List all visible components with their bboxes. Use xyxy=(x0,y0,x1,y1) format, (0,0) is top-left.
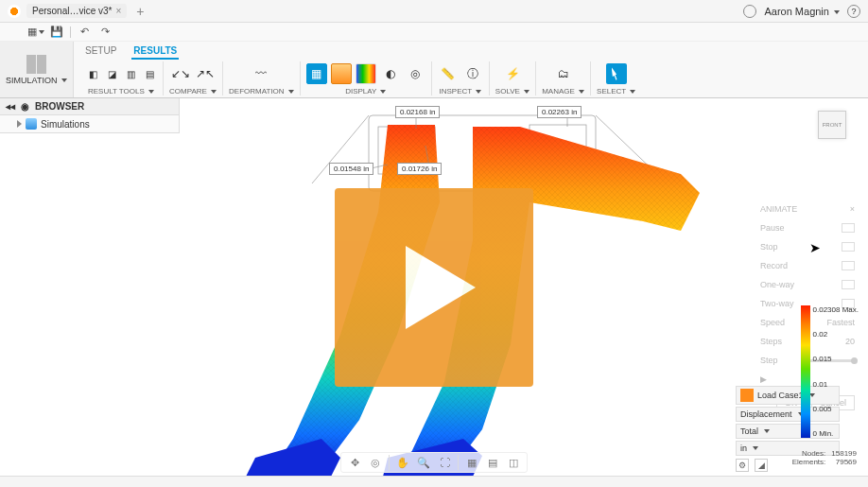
inspect-probe-icon[interactable]: ⓘ xyxy=(462,63,483,84)
fit-icon[interactable]: ⛶ xyxy=(437,455,452,470)
document-name: Personal…vice v3* xyxy=(32,6,112,16)
mesh-statistics: Nodes:158199 Elements:79569 xyxy=(792,449,857,466)
svg-rect-5 xyxy=(265,472,282,476)
help-icon[interactable]: ? xyxy=(847,5,860,18)
group-manage: 🗂 MANAGE xyxy=(536,61,591,96)
zoom-icon[interactable]: 🔍 xyxy=(416,455,431,470)
deformation-icon[interactable]: 〰 xyxy=(251,63,271,84)
look-icon[interactable]: ◎ xyxy=(368,455,383,470)
tab-results[interactable]: RESULTS xyxy=(131,43,179,60)
display-wire-icon[interactable]: ◎ xyxy=(405,63,425,84)
group-display: ▦ ◐ ◎ DISPLAY xyxy=(301,61,432,96)
solve-icon[interactable]: ⚡ xyxy=(502,63,523,84)
compare-reduce-icon[interactable]: ↙↘ xyxy=(170,63,191,84)
main-area: ◂◂ ◉ BROWSER Simulations xyxy=(0,98,868,476)
result-tool-3-icon[interactable]: ▥ xyxy=(123,66,138,81)
group-deformation: 〰 DEFORMATION xyxy=(223,61,301,96)
probe-callout[interactable]: 0.01548 in xyxy=(329,163,373,175)
colorbar xyxy=(801,305,810,438)
result-tool-2-icon[interactable]: ◪ xyxy=(104,66,119,81)
play-icon[interactable]: ▶ xyxy=(760,374,767,384)
result-tool-4-icon[interactable]: ▤ xyxy=(142,66,157,81)
viewport[interactable]: 0.02168 in 0.02263 in 0.01548 in 0.01726… xyxy=(0,98,868,476)
ribbon-tabs: SETUP RESULTS xyxy=(74,42,868,60)
probe-callout[interactable]: 0.02168 in xyxy=(395,106,440,118)
document-tab[interactable]: Personal…vice v3* × xyxy=(26,4,127,18)
viewcube-face[interactable]: FRONT xyxy=(818,111,846,139)
record-button[interactable] xyxy=(842,261,855,270)
select-arrow-icon[interactable] xyxy=(606,63,627,84)
group-result-tools: ◧ ◪ ▥ ▤ RESULT TOOLS xyxy=(79,61,164,96)
display-contour-icon[interactable] xyxy=(356,63,376,84)
stop-button[interactable] xyxy=(842,242,855,252)
group-select: SELECT xyxy=(591,61,641,96)
redo-button[interactable]: ↷ xyxy=(97,25,113,40)
app-logo-icon xyxy=(8,5,21,18)
animate-title: ANIMATE xyxy=(760,204,797,214)
loadcase-color-icon xyxy=(740,389,754,402)
recent-icon[interactable] xyxy=(743,5,756,18)
legend-settings-icon[interactable]: ⚙ xyxy=(736,459,749,472)
oneway-toggle[interactable] xyxy=(842,280,855,289)
new-tab-button[interactable]: + xyxy=(132,4,148,19)
result-tool-1-icon[interactable]: ◧ xyxy=(85,66,100,81)
manage-icon[interactable]: 🗂 xyxy=(553,63,574,84)
close-icon[interactable]: × xyxy=(850,204,855,214)
pause-button[interactable] xyxy=(842,223,855,233)
viewport-layout-icon[interactable]: ◫ xyxy=(506,455,521,470)
colorbar-ticks: 0.02308 Max. 0.02 0.015 0.01 0.005 0 Min… xyxy=(813,305,859,438)
user-name: Aaron Magnin xyxy=(764,6,829,17)
video-play-overlay[interactable] xyxy=(335,188,533,387)
file-menu-button[interactable]: ▦ xyxy=(28,25,43,40)
compare-expand-icon[interactable]: ↗↖ xyxy=(195,63,216,84)
play-triangle-icon xyxy=(406,246,476,329)
undo-button[interactable]: ↶ xyxy=(77,25,92,40)
tab-setup[interactable]: SETUP xyxy=(83,43,118,60)
svg-rect-6 xyxy=(291,472,308,476)
pan-icon[interactable]: ✋ xyxy=(395,455,410,470)
close-tab-icon[interactable]: × xyxy=(115,6,121,16)
titlebar: Personal…vice v3* × + Aaron Magnin ? xyxy=(0,0,868,23)
ribbon: SIMULATION SETUP RESULTS ◧ ◪ ▥ ▤ RESULT … xyxy=(0,42,868,98)
status-bar xyxy=(0,476,868,487)
group-compare: ↙↘ ↗↖ COMPARE xyxy=(164,61,223,96)
chevron-down-icon xyxy=(834,10,840,14)
probe-callout[interactable]: 0.01726 in xyxy=(397,163,442,175)
view-cube[interactable]: FRONT xyxy=(813,106,851,144)
display-iso-icon[interactable]: ◐ xyxy=(380,63,401,84)
user-menu[interactable]: Aaron Magnin xyxy=(764,6,840,17)
group-solve: ⚡ SOLVE xyxy=(490,61,536,96)
navigation-toolbar: ✥ ◎ ✋ 🔍 ⛶ ▦ ▤ ◫ xyxy=(340,452,528,473)
display-settings-icon[interactable]: ▦ xyxy=(464,455,479,470)
display-mesh-icon[interactable]: ▦ xyxy=(306,63,327,84)
display-smooth-icon[interactable] xyxy=(331,63,352,84)
orbit-icon[interactable]: ✥ xyxy=(347,455,362,470)
workspace-selector[interactable]: SIMULATION xyxy=(0,42,74,97)
inspect-measure-icon[interactable]: 📏 xyxy=(438,63,459,84)
quick-access-toolbar: ▦ 💾 ↶ ↷ xyxy=(0,23,868,42)
legend-visibility-icon[interactable]: ◢ xyxy=(755,459,768,472)
save-button[interactable]: 💾 xyxy=(49,25,64,40)
probe-callout[interactable]: 0.02263 in xyxy=(537,106,582,118)
group-inspect: 📏 ⓘ INSPECT xyxy=(432,61,490,96)
grid-icon[interactable]: ▤ xyxy=(485,455,500,470)
workspace-label: SIMULATION xyxy=(6,76,57,85)
